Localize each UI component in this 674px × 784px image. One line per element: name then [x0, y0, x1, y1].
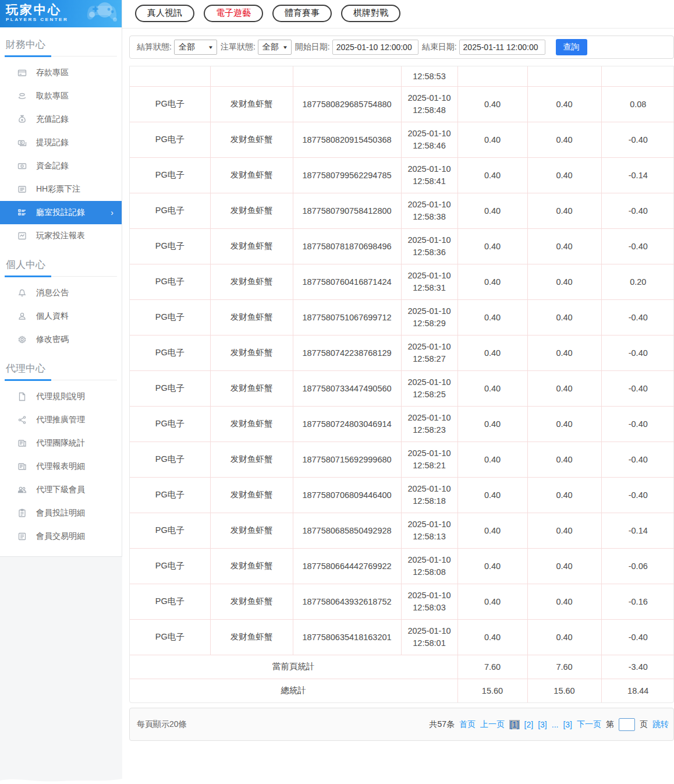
sidebar-item-withdraw[interactable]: 取款專區 [0, 84, 122, 108]
table-row: PG电子发财鱼虾蟹18775808209154503682025-01-1012… [130, 122, 674, 157]
bet-records-table: 12:58:53PG电子发财鱼虾蟹18775808296857548802025… [130, 66, 674, 702]
sidebar-item-share[interactable]: 代理推廣管理 [0, 408, 122, 432]
start-date-label: 開始日期: [295, 42, 330, 52]
sidebar-item-funds[interactable]: 資金記錄 [0, 154, 122, 178]
sidebar-item-member-bets[interactable]: 會員投註明細 [0, 502, 122, 525]
sidebar-item-label: 充值記錄 [36, 114, 69, 125]
page-ellipsis[interactable]: ... [552, 720, 559, 729]
sidebar-item-player-report[interactable]: 玩家投注報表 [0, 224, 122, 248]
settle-status-value: 全部 [179, 42, 195, 52]
cell-platform: PG电子 [130, 513, 210, 548]
end-date-input[interactable] [459, 40, 545, 55]
cell-bet: 0.40 [457, 406, 527, 442]
prev-page-link[interactable]: 上一页 [480, 719, 505, 730]
cell-valid-bet: 0.40 [527, 548, 601, 584]
cell-time: 2025-01-1012:58:03 [401, 584, 457, 619]
sidebar-item-label: 代理報表明細 [36, 461, 85, 472]
cell-time: 2025-01-1012:58:13 [401, 513, 457, 548]
cell-bet: 0.40 [457, 548, 527, 584]
cell-game: 发财鱼虾蟹 [210, 299, 293, 335]
sidebar-section-title: 財務中心 [5, 37, 117, 56]
tab-體育賽事[interactable]: 體育賽事 [272, 5, 332, 22]
first-page-link[interactable]: 首页 [459, 719, 476, 730]
cell-bet: 0.40 [457, 513, 527, 548]
cell-time: 2025-01-1012:58:38 [401, 193, 457, 228]
sidebar-item-member-trans[interactable]: 會員交易明細 [0, 525, 122, 548]
cell-game: 发财鱼虾蟹 [210, 406, 293, 442]
cell-game: 发财鱼虾蟹 [210, 584, 293, 619]
page-link[interactable]: [3] [563, 720, 572, 729]
order-status-select[interactable]: 全部 ▼ [258, 40, 292, 55]
cell-valid-bet: 0.40 [527, 335, 601, 370]
tab-棋牌對戰[interactable]: 棋牌對戰 [341, 5, 400, 22]
cell-order: 1877580829685754880 [293, 86, 401, 122]
start-date-input[interactable] [332, 40, 418, 55]
sidebar-section-title: 個人中心 [5, 257, 117, 277]
cell-bet: 0.40 [457, 370, 527, 406]
sidebar-item-deposit[interactable]: 存款專區 [0, 61, 122, 84]
page-link[interactable]: [2] [524, 720, 534, 729]
jump-prefix-label: 第 [606, 719, 614, 730]
user-icon [17, 312, 27, 321]
jump-button[interactable]: 跳转 [652, 719, 669, 730]
page-jump-input[interactable] [619, 718, 635, 731]
cell-game: 发财鱼虾蟹 [210, 513, 293, 548]
cell-platform [130, 66, 210, 86]
summary-profit: 18.44 [601, 679, 674, 702]
cell-valid-bet: 0.40 [527, 228, 601, 264]
sidebar-item-report-detail[interactable]: 代理報表明細 [0, 455, 122, 478]
cell-valid-bet: 0.40 [527, 157, 601, 193]
search-button[interactable]: 查詢 [556, 39, 587, 55]
sidebar-item-gear[interactable]: 修改密碼 [0, 328, 122, 351]
cell-bet: 0.40 [457, 619, 527, 655]
cell-profit: -0.40 [601, 442, 674, 477]
sidebar-item-cashout[interactable]: 提現記錄 [0, 131, 122, 154]
sidebar-panel: 玩家中心 PLAYERS CENTER 財務中心存款專區取款專區充值記錄提現記錄… [0, 0, 122, 557]
cell-order: 1877580635418163201 [293, 619, 401, 655]
table-row: PG电子发财鱼虾蟹18775806644427699222025-01-1012… [130, 548, 674, 584]
sidebar-item-bet-record[interactable]: 廳室投註記錄› [0, 201, 122, 224]
next-page-link[interactable]: 下一页 [577, 719, 601, 730]
sidebar-item-user[interactable]: 個人資料 [0, 305, 122, 328]
sidebar-item-document[interactable]: 代理規則說明 [0, 385, 122, 408]
cell-order: 1877580799562294785 [293, 157, 401, 193]
jump-suffix-label: 页 [640, 719, 648, 730]
sidebar-item-recharge[interactable]: 充值記錄 [0, 108, 122, 131]
cell-valid-bet: 0.40 [527, 406, 601, 442]
sidebar-item-label: 個人資料 [36, 311, 69, 322]
sidebar-item-lottery[interactable]: HH彩票下注 [0, 178, 122, 201]
sidebar-item-label: 資金記錄 [36, 161, 69, 171]
sidebar: 玩家中心 PLAYERS CENTER 財務中心存款專區取款專區充值記錄提現記錄… [0, 0, 122, 784]
sidebar-item-users[interactable]: 代理下級會員 [0, 478, 122, 502]
cell-order: 1877580733447490560 [293, 370, 401, 406]
cell-time: 2025-01-1012:58:25 [401, 370, 457, 406]
settle-status-select[interactable]: 全部 ▼ [174, 40, 217, 55]
chevron-down-icon: ▼ [282, 45, 288, 50]
page-link[interactable]: [1] [509, 720, 520, 729]
cell-valid-bet: 0.40 [527, 264, 601, 299]
cell-time: 2025-01-1012:58:31 [401, 264, 457, 299]
cell-order: 1877580820915450368 [293, 122, 401, 157]
cell-platform: PG电子 [130, 619, 210, 655]
table-row: PG电子发财鱼虾蟹18775807818706984962025-01-1012… [130, 228, 674, 264]
cell-game: 发财鱼虾蟹 [210, 228, 293, 264]
tab-真人視訊[interactable]: 真人視訊 [135, 5, 194, 22]
cell-game: 发财鱼虾蟹 [210, 193, 293, 228]
table-row: PG电子发财鱼虾蟹18775806858504929282025-01-1012… [130, 513, 674, 548]
tab-電子遊藝[interactable]: 電子遊藝 [204, 5, 263, 22]
deposit-icon [17, 68, 27, 77]
recharge-icon [17, 115, 27, 124]
cell-platform: PG电子 [130, 477, 210, 513]
sidebar-item-team-stats[interactable]: 代理團隊統計 [0, 432, 122, 455]
order-status-label: 注單狀態: [221, 42, 256, 52]
sidebar-item-bell[interactable]: 消息公告 [0, 281, 122, 305]
cell-profit: -0.14 [601, 157, 674, 193]
category-tabs: 真人視訊電子遊藝體育賽事棋牌對戰 [122, 0, 674, 29]
chevron-right-icon: › [111, 208, 113, 217]
withdraw-icon [17, 91, 27, 101]
bell-icon [17, 288, 27, 298]
bet-record-icon [17, 208, 27, 217]
sidebar-item-label: 代理規則說明 [36, 391, 85, 402]
page-link[interactable]: [3] [538, 720, 547, 729]
cell-platform: PG电子 [130, 264, 210, 299]
